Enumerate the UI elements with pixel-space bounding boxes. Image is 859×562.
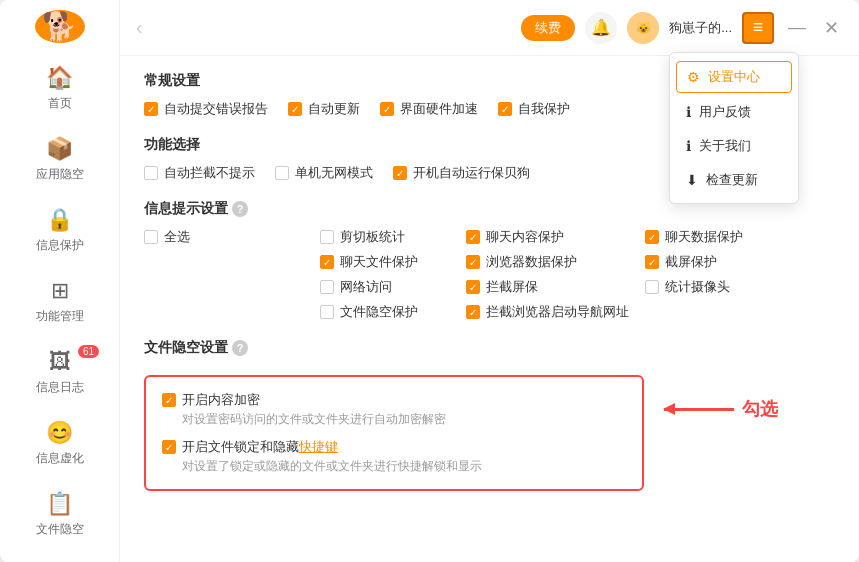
file-lock-label: 开启文件锁定和隐藏快捷键 xyxy=(182,438,338,456)
hw-accel-checkbox[interactable]: ✓ 界面硬件加速 xyxy=(380,100,478,118)
close-button[interactable]: ✕ xyxy=(820,17,843,39)
chat-content-box: ✓ xyxy=(466,230,480,244)
select-all-checkbox[interactable]: 全选 xyxy=(144,228,304,246)
chat-content-checkbox[interactable]: ✓ 聊天内容保护 xyxy=(466,228,629,246)
dropdown-item-feedback[interactable]: ℹ 用户反馈 xyxy=(670,95,798,129)
auto-report-box: ✓ xyxy=(144,102,158,116)
chat-content-label: 聊天内容保护 xyxy=(486,228,564,246)
about-icon: ℹ xyxy=(686,138,691,154)
charge-button[interactable]: 续费 xyxy=(521,15,575,41)
file-lock-desc: 对设置了锁定或隐藏的文件或文件夹进行快捷解锁和显示 xyxy=(182,458,626,475)
file-space-content-row: ✓ 开启内容加密 对设置密码访问的文件或文件夹进行自动加密解密 ✓ 开启文件锁定… xyxy=(144,367,835,491)
dropdown-menu: ⚙ 设置中心 ℹ 用户反馈 ℹ 关于我们 ⬇ 检查更新 xyxy=(669,52,799,204)
arrow-group: 勾选 xyxy=(664,397,778,421)
auto-update-box: ✓ xyxy=(288,102,302,116)
chat-data-checkbox[interactable]: ✓ 聊天数据保护 xyxy=(645,228,765,246)
home-icon: 🏠 xyxy=(46,65,73,91)
sidebar-label-func-manage: 功能管理 xyxy=(36,308,84,325)
file-hide-checkbox[interactable]: 文件隐空保护 xyxy=(320,303,450,321)
hw-accel-box: ✓ xyxy=(380,102,394,116)
box-icon: 📦 xyxy=(46,136,73,162)
dropdown-item-about[interactable]: ℹ 关于我们 xyxy=(670,129,798,163)
sidebar-label-info-virtual: 信息虚化 xyxy=(36,450,84,467)
sidebar-item-info-log[interactable]: 🖼 信息日志 61 xyxy=(0,337,119,408)
sidebar-item-info-protect[interactable]: 🔒 信息保护 xyxy=(0,195,119,266)
chat-file-box: ✓ xyxy=(320,255,334,269)
sidebar-item-home[interactable]: 🏠 首页 xyxy=(0,53,119,124)
sidebar-item-info-clean[interactable]: 🛒 信息清理 xyxy=(0,550,119,562)
dropdown-label-about: 关于我们 xyxy=(699,137,751,155)
file-hide-label: 文件隐空保护 xyxy=(340,303,418,321)
offline-mode-checkbox[interactable]: 单机无网模式 xyxy=(275,164,373,182)
dropdown-item-settings[interactable]: ⚙ 设置中心 xyxy=(676,61,792,93)
info-log-badge: 61 xyxy=(78,345,99,358)
content-encrypt-label: 开启内容加密 xyxy=(182,391,260,409)
chat-file-checkbox[interactable]: ✓ 聊天文件保护 xyxy=(320,253,450,271)
annotation-text: 勾选 xyxy=(742,397,778,421)
file-icon: 📋 xyxy=(46,491,73,517)
arrowhead xyxy=(663,403,675,415)
back-button[interactable]: ‹ xyxy=(136,16,143,39)
hw-accel-label: 界面硬件加速 xyxy=(400,100,478,118)
content-encrypt-checkbox[interactable]: ✓ 开启内容加密 xyxy=(162,391,626,409)
chat-file-label: 聊天文件保护 xyxy=(340,253,418,271)
content-encrypt-box: ✓ xyxy=(162,393,176,407)
shortcut-link[interactable]: 快捷键 xyxy=(299,439,338,454)
autostart-checkbox[interactable]: ✓ 开机自动运行保贝狗 xyxy=(393,164,530,182)
sidebar: 🐕 🏠 首页 📦 应用隐空 🔒 信息保护 ⊞ 功能管理 🖼 信息日志 61 😊 … xyxy=(0,0,120,562)
sidebar-label-app-space: 应用隐空 xyxy=(36,166,84,183)
offline-mode-label: 单机无网模式 xyxy=(295,164,373,182)
dropdown-label-settings: 设置中心 xyxy=(708,68,760,86)
camera-checkbox[interactable]: 统计摄像头 xyxy=(645,278,765,296)
no-notify-checkbox[interactable]: 自动拦截不提示 xyxy=(144,164,255,182)
net-visit-checkbox[interactable]: 网络访问 xyxy=(320,278,450,296)
info-notice-help-icon[interactable]: ? xyxy=(232,201,248,217)
camera-label: 统计摄像头 xyxy=(665,278,730,296)
net-visit-box xyxy=(320,280,334,294)
auto-update-label: 自动更新 xyxy=(308,100,360,118)
username-label[interactable]: 狗崽子的... xyxy=(669,19,732,37)
feedback-icon: ℹ xyxy=(686,104,691,120)
auto-report-checkbox[interactable]: ✓ 自动提交错误报告 xyxy=(144,100,268,118)
offline-mode-box xyxy=(275,166,289,180)
file-lock-checkbox[interactable]: ✓ 开启文件锁定和隐藏快捷键 xyxy=(162,438,626,456)
autostart-box: ✓ xyxy=(393,166,407,180)
sidebar-item-file-space[interactable]: 📋 文件隐空 xyxy=(0,479,119,550)
sidebar-item-info-virtual[interactable]: 😊 信息虚化 xyxy=(0,408,119,479)
intercept-browser-label: 拦截浏览器启动导航网址 xyxy=(486,303,629,321)
select-all-box xyxy=(144,230,158,244)
select-all-label: 全选 xyxy=(164,228,190,246)
file-space-help-icon[interactable]: ? xyxy=(232,340,248,356)
sidebar-item-func-manage[interactable]: ⊞ 功能管理 xyxy=(0,266,119,337)
screenshot-label: 截屏保护 xyxy=(665,253,717,271)
minimize-button[interactable]: — xyxy=(784,17,810,38)
intercept-browser-checkbox[interactable]: ✓ 拦截浏览器启动导航网址 xyxy=(466,303,629,321)
no-notify-box xyxy=(144,166,158,180)
auto-update-checkbox[interactable]: ✓ 自动更新 xyxy=(288,100,360,118)
content-encrypt-desc: 对设置密码访问的文件或文件夹进行自动加密解密 xyxy=(182,411,626,428)
update-icon: ⬇ xyxy=(686,172,698,188)
avatar: 😺 xyxy=(627,12,659,44)
clipboard-box xyxy=(320,230,334,244)
lock-icon: 🔒 xyxy=(46,207,73,233)
annotation-container: 勾选 xyxy=(664,397,778,421)
info-notice-section: 信息提示设置 ? 全选 剪切板统计 xyxy=(144,200,835,321)
sidebar-item-app-space[interactable]: 📦 应用隐空 xyxy=(0,124,119,195)
dropdown-item-update[interactable]: ⬇ 检查更新 xyxy=(670,163,798,197)
sidebar-label-info-protect: 信息保护 xyxy=(36,237,84,254)
intercept-screen-checkbox[interactable]: ✓ 拦截屏保 xyxy=(466,278,629,296)
screenshot-checkbox[interactable]: ✓ 截屏保护 xyxy=(645,253,765,271)
file-space-section: 文件隐空设置 ? ✓ 开启内容加密 对设置密码访问的文件或文件夹进行自动加密解密 xyxy=(144,339,835,491)
self-protect-checkbox[interactable]: ✓ 自我保护 xyxy=(498,100,570,118)
chat-data-box: ✓ xyxy=(645,230,659,244)
bell-button[interactable]: 🔔 xyxy=(585,12,617,44)
auto-report-label: 自动提交错误报告 xyxy=(164,100,268,118)
dropdown-label-update: 检查更新 xyxy=(706,171,758,189)
main-area: ‹ 续费 🔔 😺 狗崽子的... ≡ — ✕ ⚙ 设置中心 ℹ 用户反馈 xyxy=(120,0,859,562)
file-space-box: ✓ 开启内容加密 对设置密码访问的文件或文件夹进行自动加密解密 ✓ 开启文件锁定… xyxy=(144,375,644,491)
clipboard-checkbox[interactable]: 剪切板统计 xyxy=(320,228,450,246)
browser-data-checkbox[interactable]: ✓ 浏览器数据保护 xyxy=(466,253,629,271)
header: ‹ 续费 🔔 😺 狗崽子的... ≡ — ✕ xyxy=(120,0,859,56)
self-protect-label: 自我保护 xyxy=(518,100,570,118)
menu-button[interactable]: ≡ xyxy=(742,12,774,44)
